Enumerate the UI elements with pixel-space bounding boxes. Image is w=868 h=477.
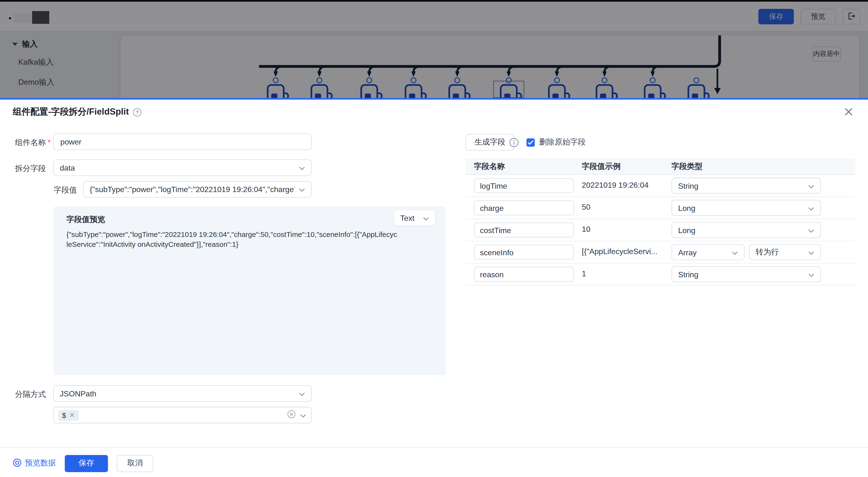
field-type-select[interactable]: Long bbox=[672, 222, 821, 238]
field-name-field bbox=[474, 178, 574, 193]
field-name-field bbox=[474, 245, 574, 260]
chevron-down-icon bbox=[732, 248, 738, 257]
field-name-field bbox=[474, 267, 574, 282]
fields-table: 字段名称 字段值示例 字段类型 20221019 19:26:04 String… bbox=[465, 158, 855, 286]
modal-save-button[interactable]: 保存 bbox=[65, 455, 108, 472]
chevron-down-icon bbox=[299, 389, 305, 398]
field-sample-value: [{"AppLifecycleServi... bbox=[582, 247, 657, 255]
col-field-sample: 字段值示例 bbox=[582, 161, 672, 171]
chevron-down-icon bbox=[808, 226, 814, 234]
clear-icon[interactable] bbox=[287, 410, 296, 420]
delete-original-checkbox-row[interactable]: 删除原始字段 bbox=[527, 137, 586, 147]
chevron-down-icon bbox=[299, 163, 305, 172]
modal-footer: 预览数据 保存 取消 bbox=[0, 447, 868, 477]
field-name-input[interactable] bbox=[474, 181, 574, 190]
field-type-select[interactable]: Long bbox=[672, 200, 821, 216]
col-field-type: 字段类型 bbox=[672, 161, 856, 171]
separator-select[interactable]: JSONPath bbox=[53, 385, 312, 402]
modal-cancel-button[interactable]: 取消 bbox=[117, 455, 153, 472]
path-tag-chip: $ ✕ bbox=[58, 410, 79, 420]
field-name-field bbox=[474, 200, 574, 215]
tag-remove-icon[interactable]: ✕ bbox=[69, 411, 75, 419]
field-type-select[interactable]: String bbox=[672, 178, 821, 194]
chevron-down-icon bbox=[808, 203, 814, 212]
delete-original-label: 删除原始字段 bbox=[539, 137, 586, 147]
field-sample-value: 1 bbox=[582, 269, 586, 278]
jsonpath-tags-select[interactable]: $ ✕ bbox=[53, 407, 312, 423]
field-name-input[interactable] bbox=[474, 203, 574, 212]
table-row: [{"AppLifecycleServi... Array 转为行 bbox=[465, 241, 855, 263]
split-field-label: 拆分字段 bbox=[15, 164, 46, 174]
component-name-input[interactable] bbox=[54, 137, 311, 146]
field-value-label: 字段值 bbox=[54, 185, 77, 195]
chevron-down-icon bbox=[808, 181, 814, 190]
field-type-select[interactable]: Array bbox=[672, 244, 745, 260]
field-split-config-modal: 组件配置-字段拆分/FieldSplit ? 组件名称* 拆分字段 data 字… bbox=[0, 98, 868, 477]
field-name-field bbox=[474, 222, 574, 237]
chevron-down-icon bbox=[423, 213, 429, 222]
field-sample-value: 10 bbox=[582, 224, 590, 233]
checkbox-checked-icon[interactable] bbox=[527, 138, 535, 146]
preview-data-icon bbox=[13, 458, 22, 469]
table-header: 字段名称 字段值示例 字段类型 bbox=[465, 158, 855, 175]
close-button[interactable] bbox=[844, 107, 854, 117]
info-icon[interactable] bbox=[509, 138, 519, 149]
close-icon bbox=[844, 109, 854, 119]
required-mark: * bbox=[48, 138, 51, 147]
field-value-preview-panel: 字段值预览 Text {"subType":"power","logTime":… bbox=[54, 206, 446, 375]
chevron-down-icon bbox=[808, 248, 814, 257]
generate-fields-button[interactable]: 生成字段 bbox=[465, 134, 514, 151]
array-transform-select[interactable]: 转为行 bbox=[749, 244, 821, 260]
table-row: 50 Long bbox=[465, 197, 855, 219]
field-name-input[interactable] bbox=[474, 248, 574, 257]
preview-data-link[interactable]: 预览数据 bbox=[13, 458, 56, 469]
field-value-select[interactable]: {"subType":"power","logTime":"20221019 1… bbox=[83, 181, 312, 198]
svg-text:?: ? bbox=[135, 109, 139, 115]
preview-json-content: {"subType":"power","logTime":"20221019 1… bbox=[66, 230, 398, 250]
field-sample-value: 20221019 19:26:04 bbox=[582, 180, 649, 189]
chevron-down-icon bbox=[808, 270, 814, 279]
help-icon[interactable]: ? bbox=[133, 107, 142, 117]
field-type-select[interactable]: String bbox=[672, 266, 821, 282]
field-sample-value: 50 bbox=[582, 202, 590, 211]
modal-title-row: 组件配置-字段拆分/FieldSplit ? bbox=[13, 106, 142, 118]
modal-title: 组件配置-字段拆分/FieldSplit bbox=[13, 106, 129, 118]
table-row: 20221019 19:26:04 String bbox=[465, 175, 855, 197]
separator-label: 分隔方式 bbox=[15, 390, 46, 400]
col-field-name: 字段名称 bbox=[465, 161, 582, 171]
component-name-field bbox=[53, 133, 312, 150]
split-field-select[interactable]: data bbox=[53, 159, 312, 176]
name-label: 组件名称* bbox=[15, 138, 51, 148]
field-name-input[interactable] bbox=[474, 226, 574, 234]
app-stage: 保存 预览 输入 Kafka输入 Demo输入 SNMPQuery输入 内容居中 bbox=[0, 0, 868, 477]
chevron-down-icon bbox=[300, 411, 306, 420]
preview-mode-select[interactable]: Text bbox=[394, 210, 436, 226]
table-row: 10 Long bbox=[465, 219, 855, 241]
preview-title: 字段值预览 bbox=[66, 215, 105, 225]
table-row: 1 String bbox=[465, 263, 855, 286]
chevron-down-icon bbox=[299, 185, 305, 194]
field-name-input[interactable] bbox=[474, 270, 574, 279]
